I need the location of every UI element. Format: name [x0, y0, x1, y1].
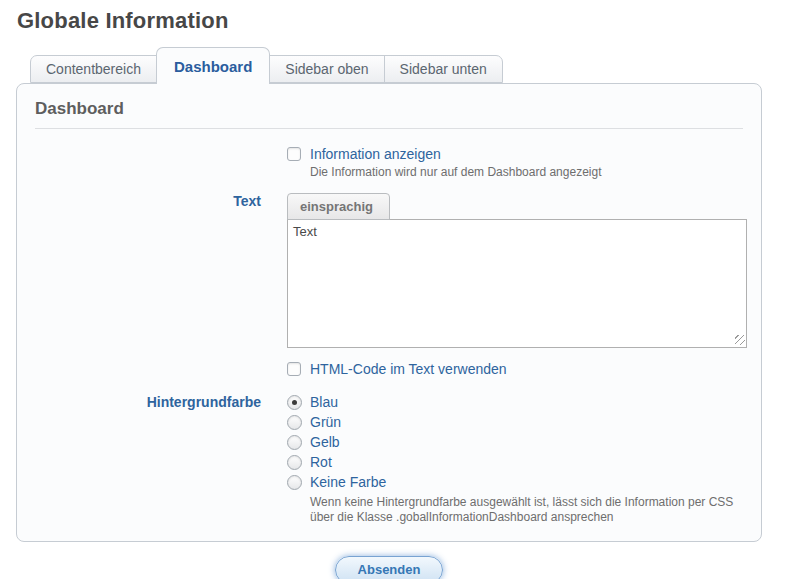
radio-gruen-label[interactable]: Grün [310, 414, 341, 430]
text-field-label: Text [35, 193, 287, 348]
show-info-label-spacer [35, 146, 287, 180]
radio-keine-farbe-label[interactable]: Keine Farbe [310, 474, 386, 490]
radio-rot-label[interactable]: Rot [310, 454, 332, 470]
html-code-label[interactable]: HTML-Code im Text verwenden [310, 361, 507, 377]
tab-sidebar-oben[interactable]: Sidebar oben [269, 55, 384, 83]
radio-option-rot: Rot [287, 454, 743, 470]
show-info-row: Information anzeigen Die Information wir… [35, 146, 743, 180]
html-code-label-spacer [35, 361, 287, 377]
show-info-label[interactable]: Information anzeigen [310, 146, 441, 162]
radio-option-keine-farbe: Keine Farbe [287, 474, 743, 490]
tab-bar: Contentbereich Dashboard Sidebar oben Si… [30, 46, 800, 83]
panel-heading: Dashboard [35, 97, 743, 129]
radio-option-gelb: Gelb [287, 434, 743, 450]
tab-sidebar-unten[interactable]: Sidebar unten [384, 55, 503, 83]
page-title: Globale Information [17, 8, 800, 34]
resize-handle-icon[interactable] [735, 335, 745, 345]
show-info-help: Die Information wird nur auf dem Dashboa… [310, 165, 743, 180]
text-input[interactable]: Text [287, 219, 747, 348]
lang-tab-einsprachig[interactable]: einsprachig [287, 193, 390, 220]
bg-color-help: Wenn keine Hintergrundfarbe ausgewählt i… [310, 495, 743, 525]
radio-keine-farbe[interactable] [287, 475, 302, 490]
radio-option-blau: Blau [287, 394, 743, 410]
show-info-checkbox[interactable] [287, 147, 301, 161]
globale-information-page: Globale Information Contentbereich Dashb… [0, 0, 800, 579]
html-code-checkbox[interactable] [287, 362, 301, 376]
radio-blau[interactable] [287, 395, 302, 410]
absenden-button[interactable]: Absenden [335, 556, 444, 579]
radio-blau-label[interactable]: Blau [310, 394, 338, 410]
radio-option-gruen: Grün [287, 414, 743, 430]
textarea-wrap: Text [287, 219, 747, 348]
radio-gruen[interactable] [287, 415, 302, 430]
text-row: Text einsprachig Text [35, 193, 743, 348]
tab-contentbereich[interactable]: Contentbereich [30, 55, 157, 83]
bg-color-row: Hintergrundfarbe Blau Grün Gelb Rot [35, 394, 743, 525]
bg-color-label: Hintergrundfarbe [35, 394, 287, 525]
radio-gelb-label[interactable]: Gelb [310, 434, 340, 450]
radio-rot[interactable] [287, 455, 302, 470]
dashboard-panel: Dashboard Information anzeigen Die Infor… [16, 83, 762, 542]
radio-gelb[interactable] [287, 435, 302, 450]
html-code-row: HTML-Code im Text verwenden [35, 361, 743, 377]
submit-row: Absenden [16, 556, 762, 579]
tab-dashboard[interactable]: Dashboard [156, 47, 270, 84]
